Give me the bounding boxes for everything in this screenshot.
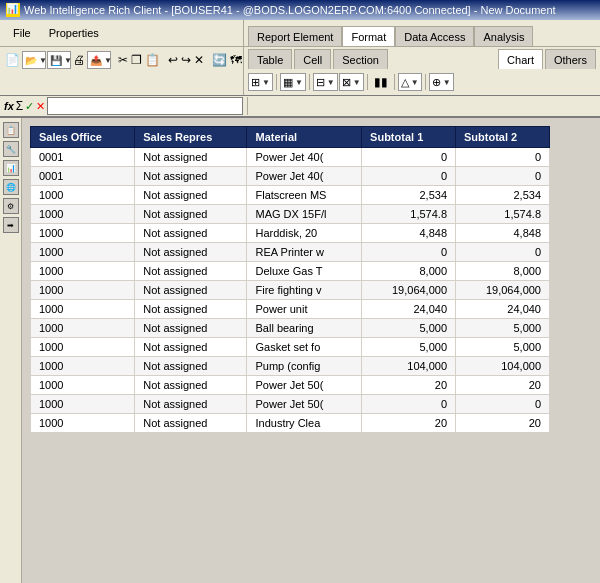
cancel-icon[interactable]: ✕ [36,100,45,113]
table-cell: Not assigned [135,262,247,281]
table-style-dropdown[interactable]: ⊞▼ [248,73,273,91]
copy-btn[interactable]: ❐ [130,50,143,70]
sidebar-icon-5[interactable]: ⚙ [3,198,19,214]
subtab-section[interactable]: Section [333,49,388,69]
col-header-sales-office: Sales Office [31,127,135,148]
table-cell: 1000 [31,338,135,357]
map-btn[interactable]: 🗺 [229,50,243,70]
table-cell: 0 [456,167,550,186]
new-btn[interactable]: 📄 [4,50,21,70]
undo-btn[interactable]: ↩ [167,50,179,70]
table-cell: 0 [456,395,550,414]
table-row[interactable]: 1000Not assignedIndustry Clea2020 [31,414,550,433]
sep4 [276,74,277,90]
tab-report-element[interactable]: Report Element [248,26,342,46]
col-header-material: Material [247,127,362,148]
tab-format[interactable]: Format [342,26,395,46]
report-content[interactable]: Sales Office Sales Repres Material Subto… [22,118,600,583]
table-row[interactable]: 1000Not assignedPower Jet 50(2020 [31,376,550,395]
table-cell: 0 [456,243,550,262]
export-dropdown[interactable]: 📤▼ [87,51,111,69]
table-cell: 104,000 [362,357,456,376]
table-row[interactable]: 1000Not assignedFire fighting v19,064,00… [31,281,550,300]
table-row[interactable]: 1000Not assignedGasket set fo5,0005,000 [31,338,550,357]
redo-btn[interactable]: ↪ [180,50,192,70]
content-wrapper: 📋 🔧 📊 🌐 ⚙ ➡ Sales Office Sales Repres Ma… [0,118,600,583]
table-cell: 1000 [31,205,135,224]
table-cell: Pump (config [247,357,362,376]
table-cell: 1000 [31,243,135,262]
subtab-table[interactable]: Table [248,49,292,69]
table-cell: 20 [456,414,550,433]
table-row[interactable]: 0001Not assignedPower Jet 40(00 [31,167,550,186]
table-cell: Gasket set fo [247,338,362,357]
left-sidebar: 📋 🔧 📊 🌐 ⚙ ➡ [0,118,22,583]
formula-bar: fx Σ ✓ ✕ [0,96,600,118]
table-cell: Not assigned [135,148,247,167]
chart-bar-btn[interactable]: ▮▮ [371,72,391,92]
sidebar-icon-3[interactable]: 📊 [3,160,19,176]
table-row[interactable]: 1000Not assignedMAG DX 15F/l1,574.81,574… [31,205,550,224]
delete-btn[interactable]: ✕ [193,50,205,70]
table-row[interactable]: 1000Not assignedPower Jet 50(00 [31,395,550,414]
sigma-icon: Σ [16,99,23,113]
cut-btn[interactable]: ✂ [117,50,129,70]
table-cell: Fire fighting v [247,281,362,300]
margin-dropdown[interactable]: ⊠▼ [339,73,364,91]
subtab-others[interactable]: Others [545,49,596,69]
table-cell: 2,534 [456,186,550,205]
table-row[interactable]: 1000Not assignedHarddisk, 204,8484,848 [31,224,550,243]
table-row[interactable]: 0001Not assignedPower Jet 40(00 [31,148,550,167]
table-row[interactable]: 1000Not assignedBall bearing5,0005,000 [31,319,550,338]
check-icon[interactable]: ✓ [25,100,34,113]
table-cell: Not assigned [135,395,247,414]
table-row[interactable]: 1000Not assignedREA Printer w00 [31,243,550,262]
save-dropdown[interactable]: 💾▼ [47,51,71,69]
table-cell: 1000 [31,376,135,395]
border-dropdown[interactable]: ▦▼ [280,73,306,91]
table-row[interactable]: 1000Not assignedPower unit24,04024,040 [31,300,550,319]
table-row[interactable]: 1000Not assignedDeluxe Gas T8,0008,000 [31,262,550,281]
sidebar-icon-1[interactable]: 📋 [3,122,19,138]
formula-input[interactable] [47,97,243,115]
table-cell: 20 [362,414,456,433]
sidebar-icon-2[interactable]: 🔧 [3,141,19,157]
layout-dropdown[interactable]: ⊟▼ [313,73,338,91]
table-cell: 1000 [31,224,135,243]
table-cell: 1000 [31,186,135,205]
col-header-subtotal1: Subtotal 1 [362,127,456,148]
table-cell: 8,000 [362,262,456,281]
table-cell: Not assigned [135,376,247,395]
table-row[interactable]: 1000Not assignedPump (config104,000104,0… [31,357,550,376]
table-cell: Power Jet 40( [247,148,362,167]
table-cell: Power Jet 50( [247,395,362,414]
menu-file[interactable]: File [4,22,40,44]
refresh-btn[interactable]: 🔄 [211,50,228,70]
open-dropdown[interactable]: 📂▼ [22,51,46,69]
table-cell: 1000 [31,395,135,414]
table-row[interactable]: 1000Not assignedFlatscreen MS2,5342,534 [31,186,550,205]
chart-type-dropdown[interactable]: △▼ [398,73,422,91]
menu-properties[interactable]: Properties [40,22,108,44]
table-cell: 1000 [31,262,135,281]
table-cell: 1,574.8 [362,205,456,224]
title-text: Web Intelligence Rich Client - [BOUSER41… [24,4,556,16]
table-cell: Not assigned [135,186,247,205]
subtab-cell[interactable]: Cell [294,49,331,69]
sidebar-icon-6[interactable]: ➡ [3,217,19,233]
table-cell: MAG DX 15F/l [247,205,362,224]
table-cell: 0001 [31,148,135,167]
col-header-sales-rep: Sales Repres [135,127,247,148]
sep8 [425,74,426,90]
table-cell: Not assigned [135,300,247,319]
paste-btn[interactable]: 📋 [144,50,161,70]
table-cell: Not assigned [135,243,247,262]
sidebar-icon-4[interactable]: 🌐 [3,179,19,195]
tab-analysis[interactable]: Analysis [474,26,533,46]
subtab-chart[interactable]: Chart [498,49,543,69]
tab-data-access[interactable]: Data Access [395,26,474,46]
table-cell: Not assigned [135,338,247,357]
title-bar: 📊 Web Intelligence Rich Client - [BOUSER… [0,0,600,20]
chart-color-dropdown[interactable]: ⊕▼ [429,73,454,91]
print-btn[interactable]: 🖨 [72,50,86,70]
